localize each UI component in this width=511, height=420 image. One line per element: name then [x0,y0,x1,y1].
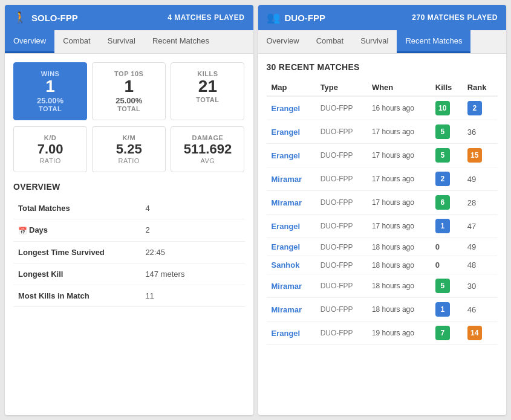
match-map[interactable]: Miramar [267,167,316,191]
overview-row-label: Longest Time Survived [13,241,140,263]
match-when: 18 hours ago [367,298,431,321]
map-link[interactable]: Sanhok [272,260,300,270]
match-kills: 2 [431,167,463,191]
match-rank: 49 [463,167,498,191]
top-stats-grid: WINS 1 25.00% TOTAL TOP 10S 1 25.00% TOT… [13,62,245,120]
match-map[interactable]: Sanhok [267,256,316,274]
damage-box: DAMAGE 511.692 AVG [171,126,244,172]
calendar-icon: 📅 [18,227,27,235]
match-type: DUO-FPP [316,120,367,144]
match-kills: 6 [431,191,463,215]
top10s-sub: TOTAL [99,105,159,112]
match-type: DUO-FPP [316,167,367,191]
left-tabs: Overview Combat Survival Recent Matches [5,30,253,54]
matches-col-type: Type [316,79,367,96]
map-link[interactable]: Erangel [272,242,301,251]
right-body: 30 RECENT MATCHES MapTypeWhenKillsRank E… [258,54,507,354]
matches-col-rank: Rank [463,79,498,96]
wins-box: WINS 1 25.00% TOTAL [13,62,87,120]
tab-survival-right[interactable]: Survival [352,30,397,53]
overview-row-label: Total Matches [13,198,140,219]
rank-badge: 14 [467,326,482,340]
map-link[interactable]: Miramar [272,175,302,184]
match-map[interactable]: Miramar [267,191,316,215]
match-rank: 14 [463,321,498,345]
table-row: MiramarDUO-FPP17 hours ago249 [267,167,498,191]
map-link[interactable]: Erangel [272,329,301,338]
map-link[interactable]: Erangel [272,222,301,231]
table-row: MiramarDUO-FPP18 hours ago146 [267,298,498,321]
map-link[interactable]: Erangel [272,128,301,137]
match-map[interactable]: Erangel [267,215,316,238]
wins-sub: TOTAL [20,105,80,112]
kills-sub: TOTAL [177,96,238,103]
right-title-text: DUO-FPP [285,13,326,23]
km-value: 5.25 [99,141,159,157]
tab-recent-matches-right[interactable]: Recent Matches [397,30,470,53]
overview-row-value: 2 [140,219,244,242]
recent-title: 30 RECENT MATCHES [267,62,498,72]
map-link[interactable]: Erangel [272,104,301,113]
overview-row-value: 22:45 [140,241,244,263]
table-row: SanhokDUO-FPP18 hours ago048 [267,256,498,274]
tab-combat-right[interactable]: Combat [308,30,353,53]
table-row: ErangelDUO-FPP17 hours ago536 [267,120,498,144]
match-map[interactable]: Erangel [267,144,316,167]
match-kills: 0 [431,238,463,256]
overview-row-label: Most Kills in Match [13,285,140,306]
match-when: 17 hours ago [367,144,431,167]
match-when: 18 hours ago [367,256,431,274]
match-map[interactable]: Erangel [267,321,316,345]
match-type: DUO-FPP [316,274,367,298]
right-title: 👥 DUO-FPP [267,11,326,24]
kills-badge: 2 [435,172,450,186]
left-panel: 🚶 SOLO-FPP 4 MATCHES PLAYED Overview Com… [5,5,253,415]
duo-icon: 👥 [267,11,280,24]
tab-overview-left[interactable]: Overview [5,30,54,53]
overview-row-label: 📅Days [13,219,140,242]
match-type: DUO-FPP [316,256,367,274]
overview-table: Total Matches4📅Days2Longest Time Survive… [13,198,245,307]
kd-value: 7.00 [20,141,80,157]
right-header: 👥 DUO-FPP 270 MATCHES PLAYED [258,5,507,30]
damage-value: 511.692 [177,141,238,157]
damage-sub: AVG [177,157,238,164]
kills-value: 21 [177,77,238,96]
match-kills: 7 [431,321,463,345]
map-link[interactable]: Erangel [272,151,301,160]
match-when: 16 hours ago [367,96,431,120]
overview-row: Longest Time Survived22:45 [13,241,245,263]
match-rank: 46 [463,298,498,321]
tab-overview-right[interactable]: Overview [258,30,308,53]
match-kills: 1 [431,298,463,321]
overview-row: Most Kills in Match11 [13,285,245,306]
tab-recent-matches-left[interactable]: Recent Matches [144,30,218,53]
top10s-box: TOP 10S 1 25.00% TOTAL [92,62,166,120]
map-link[interactable]: Miramar [272,305,302,314]
overview-row-value: 11 [140,285,244,306]
map-link[interactable]: Miramar [272,282,302,291]
tab-survival-left[interactable]: Survival [99,30,144,53]
map-link[interactable]: Miramar [272,198,302,207]
match-map[interactable]: Miramar [267,274,316,298]
match-when: 18 hours ago [367,238,431,256]
match-type: DUO-FPP [316,96,367,120]
match-map[interactable]: Erangel [267,96,316,120]
match-map[interactable]: Miramar [267,298,316,321]
match-rank: 49 [463,238,498,256]
match-map[interactable]: Erangel [267,238,316,256]
solo-icon: 🚶 [13,11,27,24]
kills-badge: 1 [435,302,450,317]
match-when: 17 hours ago [367,191,431,215]
overview-row: Longest Kill147 meters [13,263,245,285]
mid-stats-grid: K/D 7.00 RATIO K/M 5.25 RATIO DAMAGE 511… [13,126,245,172]
tab-combat-left[interactable]: Combat [54,30,99,53]
table-row: MiramarDUO-FPP17 hours ago628 [267,191,498,215]
match-rank: 30 [463,274,498,298]
kills-box: KILLS 21 TOTAL [171,62,244,120]
match-kills: 1 [431,215,463,238]
kd-sub: RATIO [20,157,80,164]
right-matches-played: 270 MATCHES PLAYED [412,13,498,22]
left-matches-played: 4 MATCHES PLAYED [168,13,244,22]
match-map[interactable]: Erangel [267,120,316,144]
